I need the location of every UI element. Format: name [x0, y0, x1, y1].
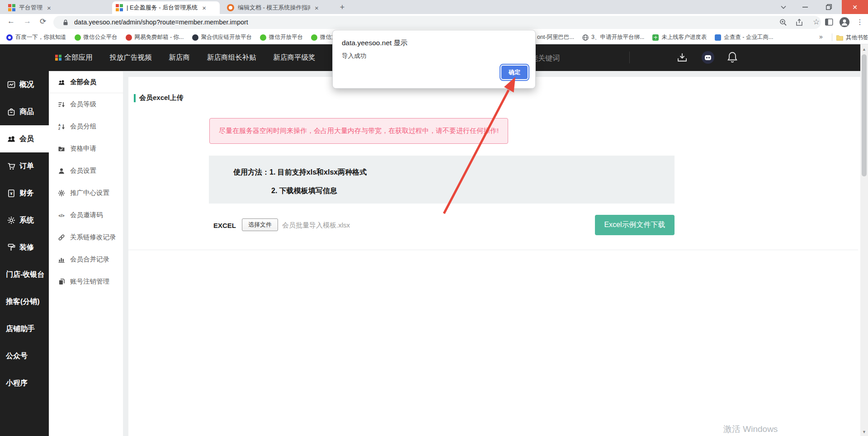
tab-close-icon[interactable]: ×: [202, 5, 206, 11]
nav-item-ad-video[interactable]: 投放广告视频: [110, 53, 152, 62]
wechat-icon: [75, 34, 81, 41]
profile-avatar-icon[interactable]: [840, 17, 849, 27]
qcc-icon: [715, 34, 721, 41]
sidebar-item-members[interactable]: 会员: [0, 125, 49, 152]
sidebar-item-shop-helper[interactable]: 店铺助手: [0, 315, 49, 342]
new-tab-button[interactable]: +: [336, 2, 348, 13]
bookmark-item[interactable]: 网易免费邮箱 - 你...: [126, 33, 184, 41]
sidebar-item-goods[interactable]: 商品: [0, 98, 49, 125]
excel-sample-download-button[interactable]: Excel示例文件下载: [595, 215, 675, 235]
warning-banner: 尽量在服务器空闲时间来操作，会占用大量内存与带宽，在获取过程中，请不要进行任何操…: [209, 118, 508, 144]
gear-icon: [58, 190, 65, 197]
reload-icon[interactable]: ⟳: [40, 17, 46, 26]
sidebar-item-decorate[interactable]: 装修: [0, 234, 49, 261]
doc-favicon: [227, 4, 234, 11]
nav-item-all-apps[interactable]: 全部应用: [55, 53, 93, 62]
notification-bell-icon[interactable]: [727, 51, 738, 64]
people-icon: [58, 79, 65, 86]
supply-chain-icon: [192, 34, 198, 41]
sort-alpha-icon: A Z: [58, 123, 65, 130]
download-icon[interactable]: [677, 52, 687, 62]
submenu-member-levels[interactable]: 会员等级: [49, 93, 123, 115]
scrollbar-thumb[interactable]: [862, 54, 867, 176]
zoom-icon[interactable]: [779, 19, 787, 26]
bookmarks-overflow-chevrons[interactable]: »: [819, 33, 823, 40]
submenu-relation-log[interactable]: 关系链修改记录: [49, 226, 123, 248]
page-title: 会员excel上传: [134, 94, 184, 102]
assistant-robot-icon[interactable]: [702, 51, 714, 64]
choose-file-button[interactable]: 选择文件: [242, 218, 278, 231]
address-bar[interactable]: data.yeesoo.net/admin/shop?route=member.…: [53, 16, 821, 29]
sidebar-item-official-account[interactable]: 公众号: [0, 342, 49, 370]
usage-line-2: 2. 下载模板填写信息: [271, 186, 337, 196]
browser-tab-2-active[interactable]: | E企盈服务 - 后台管理系统 ×: [112, 1, 220, 14]
submenu-member-settings[interactable]: 会员设置: [49, 160, 123, 182]
person-icon: [58, 167, 65, 175]
link-icon: [58, 234, 65, 241]
tab-close-icon[interactable]: ×: [315, 5, 319, 11]
folder-check-icon: [58, 145, 65, 152]
bookmark-item[interactable]: 微信公众平台: [75, 33, 118, 41]
nav-item-new-merchant[interactable]: 新店商: [169, 53, 190, 62]
scroll-up-arrow[interactable]: ▲: [862, 47, 866, 52]
bookmark-item[interactable]: 微信开放平台: [260, 33, 303, 41]
submenu-all-members[interactable]: 全部会员: [49, 71, 123, 93]
forward-icon[interactable]: →: [24, 17, 31, 26]
back-icon[interactable]: ←: [7, 17, 15, 26]
overview-chart-icon: [7, 80, 16, 89]
nav-item-level-award[interactable]: 新店商平级奖: [274, 53, 316, 62]
activate-windows-watermark: 激活 Windows: [723, 423, 778, 435]
browser-tab-1[interactable]: 平台管理 ×: [5, 1, 108, 14]
side-panel-icon[interactable]: [825, 19, 833, 26]
other-bookmarks[interactable]: 其他书签: [836, 34, 868, 42]
usage-instructions: 使用方法：1. 目前支持xls和xlsx两种格式 2. 下载模板填写信息: [209, 156, 675, 204]
usage-line-1: 使用方法：1. 目前支持xls和xlsx两种格式: [233, 168, 367, 177]
sidebar-item-overview[interactable]: 概况: [0, 71, 49, 98]
site-favicon: [116, 4, 123, 11]
folder-icon: [836, 35, 843, 41]
bookmark-item[interactable]: ont-阿里巴巴...: [537, 33, 574, 41]
window-close-button[interactable]: ✕: [842, 0, 868, 14]
bookmark-item[interactable]: 百度一下，你就知道: [6, 33, 66, 41]
submenu-member-groups[interactable]: A Z 会员分组: [49, 115, 123, 137]
sidebar-item-orders[interactable]: 订单: [0, 152, 49, 180]
tab-title: 平台管理: [19, 4, 42, 12]
code-icon: </>: [58, 212, 65, 219]
sidebar-item-finance[interactable]: ¥ 财务: [0, 180, 49, 207]
submenu-merge-log[interactable]: 会员合并记录: [49, 248, 123, 270]
bookmark-item[interactable]: 未上线客户进度表: [652, 33, 707, 41]
alert-dialog-title: data.yeesoo.net 显示: [342, 38, 408, 48]
sidebar-item-distribution[interactable]: 推客(分销): [0, 288, 49, 315]
ok-button-focus-ring: 确定: [500, 64, 529, 81]
site-favicon: [8, 4, 15, 11]
layout-gutter: [123, 71, 128, 436]
page-scrollbar[interactable]: ▲ ▼: [860, 44, 868, 436]
browser-tab-3[interactable]: 编辑文档 - 模王系统操作指南， ×: [223, 1, 328, 14]
sidebar-item-pos[interactable]: 门店-收银台: [0, 261, 49, 288]
bookmark-item[interactable]: 聚合供应链开放平台: [192, 33, 252, 41]
window-minimize-button[interactable]: [794, 0, 816, 14]
submenu-promotion-settings[interactable]: 推广中心设置: [49, 182, 123, 204]
submenu-invite-code[interactable]: </> 会员邀请码: [49, 204, 123, 226]
bookmark-star-icon[interactable]: ☆: [813, 17, 820, 27]
window-restore-button[interactable]: [817, 0, 840, 14]
ok-button[interactable]: 确定: [501, 66, 528, 79]
tab-close-icon[interactable]: ×: [47, 5, 51, 11]
tab-search-chevron-icon[interactable]: [776, 0, 791, 14]
share-icon[interactable]: [796, 19, 804, 26]
svg-text:A: A: [58, 123, 61, 127]
wechat-pay-icon: [311, 34, 317, 41]
scroll-down-arrow[interactable]: ▼: [862, 430, 866, 434]
nav-item-leader-subsidy[interactable]: 新店商组长补贴: [207, 53, 256, 62]
sidebar-item-mini-program[interactable]: 小程序: [0, 370, 49, 397]
screen: 平台管理 × | E企盈服务 - 后台管理系统 × 编辑文档 - 模王系统操作指…: [0, 0, 868, 436]
svg-text:Z: Z: [58, 127, 61, 130]
submenu-qualification[interactable]: 资格申请: [49, 137, 123, 160]
apps-grid-icon: [55, 55, 61, 61]
browser-menu-icon[interactable]: ⋮: [856, 18, 863, 26]
bookmark-item[interactable]: 企查查 - 企业工商...: [715, 33, 773, 41]
finance-yuan-icon: ¥: [7, 189, 16, 198]
submenu-account-cancel[interactable]: 账号注销管理: [49, 270, 123, 293]
sidebar-item-system[interactable]: 系统: [0, 207, 49, 234]
bookmark-item[interactable]: 3、申请开放平台绑...: [582, 33, 644, 41]
